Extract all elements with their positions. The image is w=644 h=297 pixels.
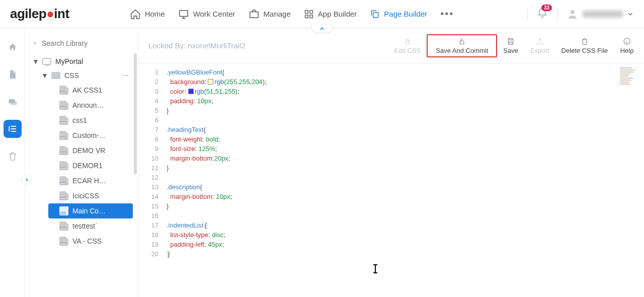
edit-css-label: Edit CSS [394,47,421,54]
text-cursor-icon [375,265,376,273]
grid-icon [304,9,314,19]
css-file-icon [59,176,68,185]
library-tree: ▼ MyPortal ▼ CSS ⋯ AK CSS1 Announ… css1 … [30,54,133,249]
export-button: Export [524,34,555,57]
more-icon: ••• [440,8,454,20]
monitor-icon [178,9,189,20]
tree-root-myportal[interactable]: ▼ MyPortal [30,54,133,68]
nav-page-builder-label: Page Builder [384,10,427,18]
rail-library[interactable] [4,120,22,138]
nav-app-builder[interactable]: App Builder [304,9,357,19]
top-right-cluster: 33 [527,8,634,21]
css-file-icon [59,116,68,125]
file-label: VA - CSS [72,237,102,245]
save-button[interactable]: Save [497,34,524,57]
delete-label: Delete CSS File [561,47,608,54]
file-label: DEMOR1 [72,162,103,170]
file-item[interactable]: DEMOR1 [48,158,133,173]
delete-css-button[interactable]: Delete CSS File [555,34,614,57]
main-area: ▼ MyPortal ▼ CSS ⋯ AK CSS1 Announ… css1 … [0,28,644,297]
css-file-icon [59,101,68,110]
nav-work-center-label: Work Center [193,10,235,18]
help-button[interactable]: Help [614,34,640,57]
user-name-redacted [583,11,623,18]
trash-icon [8,151,18,161]
folder-more-menu[interactable]: ⋯ [120,71,131,80]
svg-rect-2 [305,10,308,13]
nav-page-builder[interactable]: Page Builder [370,9,427,19]
css-file-icon [59,206,68,215]
save-icon [507,37,515,45]
file-item-selected[interactable]: Main Co… [48,203,133,218]
list-icon [8,124,18,134]
rail-page[interactable] [4,65,22,84]
chevron-down-icon [627,11,634,18]
home-icon [130,9,141,20]
file-label: AK CSS1 [72,86,102,94]
file-item[interactable]: IciciCSS [48,188,133,203]
file-item[interactable]: Announ… [48,98,133,113]
tree-folder-css[interactable]: ▼ CSS ⋯ [39,68,133,83]
collapse-topbar-toggle[interactable] [311,24,333,33]
search-input[interactable] [42,39,130,47]
save-and-commit-button[interactable]: Save And Commit [427,34,497,57]
copy-icon [370,9,380,19]
library-search[interactable] [30,37,133,54]
file-label: Main Co… [72,207,106,215]
brand-text-b: int [54,6,69,21]
svg-point-10 [34,42,36,44]
code-minimap[interactable] [620,67,637,91]
nav-manage-label: Manage [264,10,291,18]
brand-dot-icon: ● [46,6,54,21]
css-file-icon [59,146,68,155]
left-rail [0,28,25,297]
svg-rect-4 [305,15,308,18]
svg-point-7 [571,10,575,14]
save-commit-label: Save And Commit [436,47,488,54]
nav-manage[interactable]: Manage [249,9,291,20]
help-label: Help [620,47,634,54]
tree-folder-label: CSS [64,71,79,80]
notifications-button[interactable]: 33 [537,8,548,21]
caret-down-icon: ▼ [32,57,38,65]
editor-toolbar: Locked By: nxone\MurliTrail2 Edit CSS Sa… [138,28,644,63]
rail-expand-toggle[interactable] [21,174,32,185]
svg-rect-1 [250,12,258,18]
svg-rect-6 [373,12,378,17]
css-file-icon [59,161,68,170]
nav-work-center[interactable]: Work Center [178,9,235,20]
svg-rect-12 [460,41,464,44]
caret-down-icon: ▼ [41,71,47,80]
code-editor[interactable]: 1234567891011121314151617181920 .yellowB… [138,63,644,297]
nav-more[interactable]: ••• [440,8,454,20]
user-menu[interactable] [567,8,634,20]
primary-nav: Home Work Center Manage App Builder Page… [130,8,454,20]
file-item[interactable]: DEMO VR [48,143,133,158]
file-item[interactable]: Custom-… [48,128,133,143]
css-file-icon [59,191,68,200]
file-item[interactable]: VA - CSS [48,234,133,249]
slides-icon [8,97,18,107]
file-item[interactable]: ECAR H… [48,173,133,188]
house-icon [8,42,18,52]
search-icon [33,39,37,47]
brand-logo: agilep●int [10,6,69,22]
file-label: css1 [72,116,87,124]
css-file-icon [59,131,68,140]
file-label: ECAR H… [72,177,106,185]
rail-components[interactable] [4,93,22,111]
file-item[interactable]: css1 [48,113,133,128]
rail-trash[interactable] [4,147,22,165]
file-label: IciciCSS [72,192,99,200]
file-item[interactable]: testtest` [48,218,133,234]
rail-home[interactable] [4,38,22,56]
sidebar-scrollbar[interactable] [134,53,137,174]
file-item[interactable]: AK CSS1 [48,83,133,98]
nav-home[interactable]: Home [130,9,165,20]
info-icon [623,37,631,45]
color-swatch-icon [188,89,194,94]
code-content[interactable]: .yellowBGBlueFont{ background: rgb(255,2… [164,63,267,297]
save-label: Save [503,47,518,54]
folder-icon [51,72,60,79]
avatar-icon [567,8,579,20]
